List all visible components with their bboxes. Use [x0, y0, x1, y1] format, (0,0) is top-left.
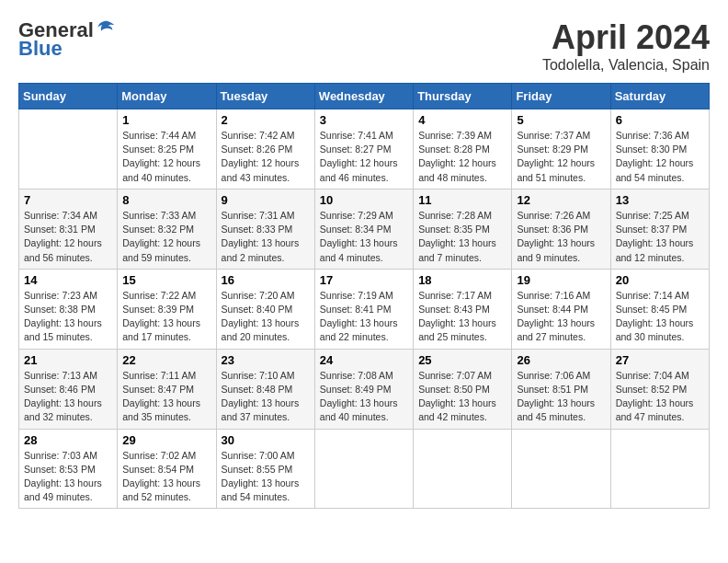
day-number: 26 [517, 353, 605, 367]
calendar-cell: 12Sunrise: 7:26 AM Sunset: 8:36 PM Dayli… [512, 189, 610, 269]
calendar-cell: 21Sunrise: 7:13 AM Sunset: 8:46 PM Dayli… [19, 349, 118, 429]
weekday-header: Saturday [610, 84, 709, 109]
day-info: Sunrise: 7:11 AM Sunset: 8:47 PM Dayligh… [122, 369, 210, 425]
day-info: Sunrise: 7:04 AM Sunset: 8:52 PM Dayligh… [616, 369, 704, 425]
calendar-cell: 16Sunrise: 7:20 AM Sunset: 8:40 PM Dayli… [216, 269, 314, 349]
day-number: 6 [616, 113, 704, 127]
weekday-header: Sunday [19, 84, 118, 109]
weekday-header: Thursday [414, 84, 512, 109]
calendar-cell [414, 429, 512, 509]
calendar-cell: 15Sunrise: 7:22 AM Sunset: 8:39 PM Dayli… [118, 269, 216, 349]
day-number: 1 [122, 113, 210, 127]
day-info: Sunrise: 7:33 AM Sunset: 8:32 PM Dayligh… [122, 209, 210, 265]
calendar-cell: 14Sunrise: 7:23 AM Sunset: 8:38 PM Dayli… [19, 269, 118, 349]
calendar-cell: 30Sunrise: 7:00 AM Sunset: 8:55 PM Dayli… [216, 429, 314, 509]
day-info: Sunrise: 7:08 AM Sunset: 8:49 PM Dayligh… [320, 369, 408, 425]
logo: General Blue [18, 18, 116, 61]
day-info: Sunrise: 7:34 AM Sunset: 8:31 PM Dayligh… [24, 209, 112, 265]
day-info: Sunrise: 7:39 AM Sunset: 8:28 PM Dayligh… [418, 129, 506, 185]
calendar-cell: 22Sunrise: 7:11 AM Sunset: 8:47 PM Dayli… [118, 349, 216, 429]
calendar-cell: 26Sunrise: 7:06 AM Sunset: 8:51 PM Dayli… [512, 349, 610, 429]
day-number: 30 [222, 433, 310, 447]
calendar-cell: 8Sunrise: 7:33 AM Sunset: 8:32 PM Daylig… [118, 189, 216, 269]
calendar-cell: 20Sunrise: 7:14 AM Sunset: 8:45 PM Dayli… [610, 269, 709, 349]
calendar-cell: 25Sunrise: 7:07 AM Sunset: 8:50 PM Dayli… [414, 349, 512, 429]
day-info: Sunrise: 7:14 AM Sunset: 8:45 PM Dayligh… [616, 289, 704, 345]
logo-blue-text: Blue [18, 37, 63, 61]
calendar-cell: 23Sunrise: 7:10 AM Sunset: 8:48 PM Dayli… [216, 349, 314, 429]
day-info: Sunrise: 7:36 AM Sunset: 8:30 PM Dayligh… [616, 129, 704, 185]
day-info: Sunrise: 7:28 AM Sunset: 8:35 PM Dayligh… [418, 209, 506, 265]
day-info: Sunrise: 7:03 AM Sunset: 8:53 PM Dayligh… [24, 449, 112, 505]
day-info: Sunrise: 7:16 AM Sunset: 8:44 PM Dayligh… [517, 289, 605, 345]
day-number: 9 [222, 193, 310, 207]
day-number: 13 [616, 193, 704, 207]
weekday-header: Monday [118, 84, 216, 109]
day-number: 21 [24, 353, 112, 367]
day-number: 12 [517, 193, 605, 207]
day-info: Sunrise: 7:23 AM Sunset: 8:38 PM Dayligh… [24, 289, 112, 345]
day-info: Sunrise: 7:25 AM Sunset: 8:37 PM Dayligh… [616, 209, 704, 265]
calendar-cell: 11Sunrise: 7:28 AM Sunset: 8:35 PM Dayli… [414, 189, 512, 269]
calendar-cell: 1Sunrise: 7:44 AM Sunset: 8:25 PM Daylig… [118, 109, 216, 190]
calendar-cell: 18Sunrise: 7:17 AM Sunset: 8:43 PM Dayli… [414, 269, 512, 349]
calendar-cell: 28Sunrise: 7:03 AM Sunset: 8:53 PM Dayli… [19, 429, 118, 509]
calendar-cell: 24Sunrise: 7:08 AM Sunset: 8:49 PM Dayli… [314, 349, 413, 429]
day-info: Sunrise: 7:26 AM Sunset: 8:36 PM Dayligh… [517, 209, 605, 265]
title-block: April 2024 Todolella, Valencia, Spain [542, 18, 710, 74]
calendar-cell: 4Sunrise: 7:39 AM Sunset: 8:28 PM Daylig… [414, 109, 512, 190]
calendar-table: SundayMondayTuesdayWednesdayThursdayFrid… [18, 83, 710, 509]
location-text: Todolella, Valencia, Spain [542, 57, 710, 74]
calendar-cell: 17Sunrise: 7:19 AM Sunset: 8:41 PM Dayli… [314, 269, 413, 349]
calendar-cell: 6Sunrise: 7:36 AM Sunset: 8:30 PM Daylig… [610, 109, 709, 190]
day-info: Sunrise: 7:19 AM Sunset: 8:41 PM Dayligh… [320, 289, 408, 345]
day-info: Sunrise: 7:02 AM Sunset: 8:54 PM Dayligh… [122, 449, 210, 505]
calendar-cell: 5Sunrise: 7:37 AM Sunset: 8:29 PM Daylig… [512, 109, 610, 190]
day-info: Sunrise: 7:37 AM Sunset: 8:29 PM Dayligh… [517, 129, 605, 185]
day-info: Sunrise: 7:06 AM Sunset: 8:51 PM Dayligh… [517, 369, 605, 425]
calendar-cell [610, 429, 709, 509]
day-number: 23 [222, 353, 310, 367]
day-number: 3 [320, 113, 408, 127]
day-number: 24 [320, 353, 408, 367]
day-number: 16 [222, 273, 310, 287]
day-number: 5 [517, 113, 605, 127]
weekday-header: Tuesday [216, 84, 314, 109]
day-info: Sunrise: 7:29 AM Sunset: 8:34 PM Dayligh… [320, 209, 408, 265]
day-info: Sunrise: 7:13 AM Sunset: 8:46 PM Dayligh… [24, 369, 112, 425]
day-number: 18 [418, 273, 506, 287]
calendar-cell [19, 109, 118, 190]
logo-bird-icon [96, 18, 116, 39]
day-number: 11 [418, 193, 506, 207]
day-number: 7 [24, 193, 112, 207]
page-header: General Blue April 2024 Todolella, Valen… [18, 18, 710, 74]
day-info: Sunrise: 7:31 AM Sunset: 8:33 PM Dayligh… [222, 209, 310, 265]
month-year-title: April 2024 [542, 18, 710, 57]
day-info: Sunrise: 7:44 AM Sunset: 8:25 PM Dayligh… [122, 129, 210, 185]
day-info: Sunrise: 7:20 AM Sunset: 8:40 PM Dayligh… [222, 289, 310, 345]
day-number: 8 [122, 193, 210, 207]
day-number: 19 [517, 273, 605, 287]
day-number: 28 [24, 433, 112, 447]
calendar-cell: 9Sunrise: 7:31 AM Sunset: 8:33 PM Daylig… [216, 189, 314, 269]
day-info: Sunrise: 7:22 AM Sunset: 8:39 PM Dayligh… [122, 289, 210, 345]
calendar-cell: 2Sunrise: 7:42 AM Sunset: 8:26 PM Daylig… [216, 109, 314, 190]
day-number: 15 [122, 273, 210, 287]
calendar-cell: 27Sunrise: 7:04 AM Sunset: 8:52 PM Dayli… [610, 349, 709, 429]
day-number: 10 [320, 193, 408, 207]
day-number: 25 [418, 353, 506, 367]
weekday-header: Wednesday [314, 84, 413, 109]
day-number: 17 [320, 273, 408, 287]
day-number: 20 [616, 273, 704, 287]
calendar-cell: 10Sunrise: 7:29 AM Sunset: 8:34 PM Dayli… [314, 189, 413, 269]
day-number: 4 [418, 113, 506, 127]
day-number: 27 [616, 353, 704, 367]
calendar-cell [314, 429, 413, 509]
calendar-cell: 7Sunrise: 7:34 AM Sunset: 8:31 PM Daylig… [19, 189, 118, 269]
day-info: Sunrise: 7:41 AM Sunset: 8:27 PM Dayligh… [320, 129, 408, 185]
day-info: Sunrise: 7:10 AM Sunset: 8:48 PM Dayligh… [222, 369, 310, 425]
weekday-header: Friday [512, 84, 610, 109]
day-info: Sunrise: 7:07 AM Sunset: 8:50 PM Dayligh… [418, 369, 506, 425]
day-number: 22 [122, 353, 210, 367]
calendar-cell: 19Sunrise: 7:16 AM Sunset: 8:44 PM Dayli… [512, 269, 610, 349]
